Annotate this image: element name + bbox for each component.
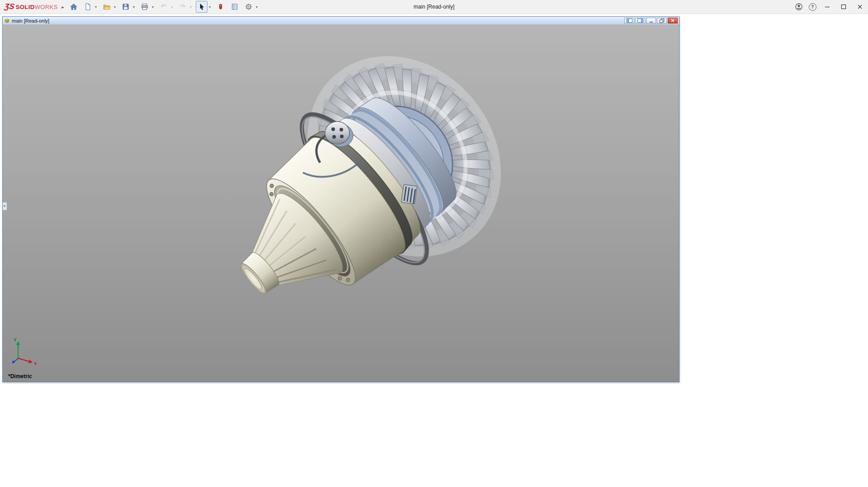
triad-y-label: y (14, 337, 16, 342)
redo-dropdown[interactable]: ▾ (189, 1, 193, 13)
close-icon (856, 3, 864, 11)
doc-close-button[interactable] (668, 18, 678, 23)
print-icon (141, 3, 149, 11)
pane-left-icon (627, 19, 632, 23)
pane-right-icon (637, 19, 643, 23)
options-button[interactable] (243, 1, 255, 13)
redo-button[interactable] (177, 1, 189, 13)
save-button[interactable] (120, 1, 132, 13)
new-document-icon (84, 3, 92, 11)
undo-dropdown[interactable]: ▾ (170, 1, 175, 13)
select-button[interactable] (196, 1, 208, 13)
jet-engine-model[interactable] (3, 24, 679, 382)
viewport[interactable]: y x *Dimetric (3, 24, 679, 382)
undo-button[interactable] (158, 1, 170, 13)
print-dropdown[interactable]: ▾ (151, 1, 156, 13)
ds-logo-icon: ƷS (4, 2, 15, 11)
options-dropdown[interactable]: ▾ (255, 1, 259, 13)
doc-restore-icon (659, 18, 665, 23)
open-icon (103, 3, 111, 11)
minimize-icon (823, 3, 831, 11)
view-orientation-label: *Dimetric (8, 373, 32, 379)
document-window-controls (624, 18, 678, 23)
solidworks-part-icon (4, 18, 10, 23)
app-title: main [Read-only] (414, 4, 455, 10)
app-titlebar: ƷS SOLID WORKS ▸ ▾ (0, 0, 868, 14)
brand-name-light: WORKS (34, 4, 57, 10)
select-dropdown[interactable]: ▾ (208, 1, 212, 13)
solidworks-logo: ƷS SOLID WORKS (5, 2, 58, 11)
maximize-icon (840, 3, 848, 11)
main-toolbar: ▾ ▾ ▾ (68, 1, 262, 13)
brand-name-bold: SOLID (16, 4, 35, 10)
minimize-button[interactable] (819, 0, 835, 14)
evaluate-sheet-icon (231, 3, 239, 11)
featuremanager-flyout-tab[interactable] (3, 202, 7, 211)
account-button[interactable] (792, 0, 806, 14)
undo-icon (160, 3, 168, 11)
window-pane-button-right[interactable] (635, 18, 645, 23)
maximize-button[interactable] (835, 0, 852, 14)
save-dropdown[interactable]: ▾ (132, 1, 137, 13)
doc-minimize-icon (649, 19, 654, 23)
evaluate-button[interactable] (229, 1, 241, 13)
orientation-triad: y x (3, 336, 43, 367)
help-button[interactable]: ? (806, 0, 819, 14)
redo-icon (179, 3, 187, 11)
doc-close-icon (670, 18, 675, 23)
new-document-dropdown[interactable]: ▾ (94, 1, 99, 13)
document-title: main [Read-only] (12, 18, 49, 23)
document-titlebar[interactable]: main [Read-only] (3, 17, 679, 25)
close-button[interactable] (852, 0, 868, 14)
doc-minimize-button[interactable] (646, 18, 656, 23)
home-icon (70, 3, 78, 11)
titlebar-right-controls: ? (792, 0, 868, 14)
mouse-gestures-icon (217, 3, 225, 11)
help-icon: ? (809, 3, 816, 11)
open-button[interactable] (101, 1, 113, 13)
save-icon (122, 3, 130, 11)
toolbar-flyout-arrow[interactable]: ▸ (62, 5, 64, 9)
gear-icon (245, 3, 253, 11)
mouse-gestures-button[interactable] (215, 1, 226, 13)
doc-restore-button[interactable] (657, 18, 667, 23)
window-pane-button-left[interactable] (624, 18, 634, 23)
print-button[interactable] (139, 1, 151, 13)
account-icon (795, 3, 803, 11)
select-cursor-icon (198, 3, 206, 11)
document-window: main [Read-only] (2, 16, 679, 382)
triad-x-label: x (34, 361, 37, 365)
new-document-button[interactable] (82, 1, 94, 13)
open-dropdown[interactable]: ▾ (113, 1, 118, 13)
home-button[interactable] (68, 1, 80, 13)
